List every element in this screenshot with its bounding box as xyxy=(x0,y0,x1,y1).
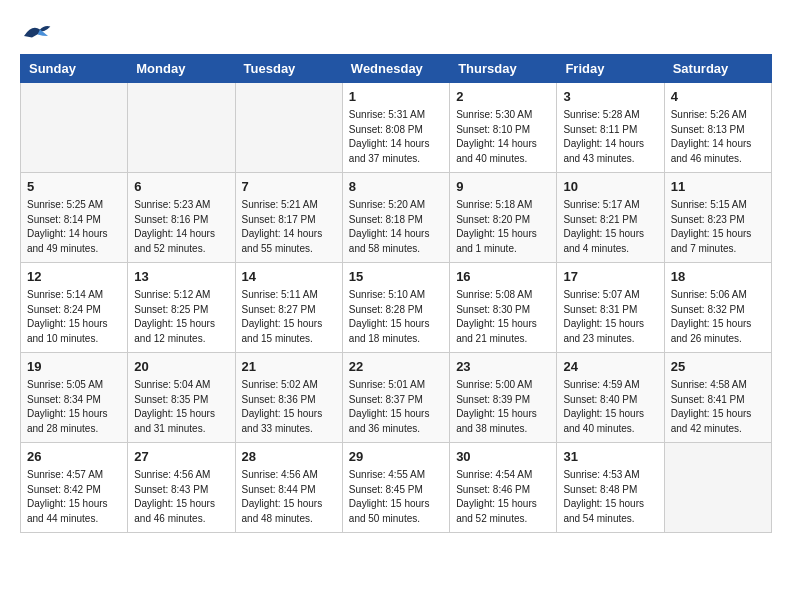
day-info: Sunrise: 5:10 AM Sunset: 8:28 PM Dayligh… xyxy=(349,288,443,346)
calendar-cell: 31Sunrise: 4:53 AM Sunset: 8:48 PM Dayli… xyxy=(557,443,664,533)
calendar-cell: 10Sunrise: 5:17 AM Sunset: 8:21 PM Dayli… xyxy=(557,173,664,263)
calendar-cell: 2Sunrise: 5:30 AM Sunset: 8:10 PM Daylig… xyxy=(450,83,557,173)
calendar-cell: 24Sunrise: 4:59 AM Sunset: 8:40 PM Dayli… xyxy=(557,353,664,443)
day-number: 18 xyxy=(671,268,765,286)
day-number: 15 xyxy=(349,268,443,286)
day-info: Sunrise: 5:00 AM Sunset: 8:39 PM Dayligh… xyxy=(456,378,550,436)
day-info: Sunrise: 5:11 AM Sunset: 8:27 PM Dayligh… xyxy=(242,288,336,346)
day-number: 29 xyxy=(349,448,443,466)
calendar-table: SundayMondayTuesdayWednesdayThursdayFrid… xyxy=(20,54,772,533)
day-number: 2 xyxy=(456,88,550,106)
day-number: 12 xyxy=(27,268,121,286)
day-info: Sunrise: 4:58 AM Sunset: 8:41 PM Dayligh… xyxy=(671,378,765,436)
day-info: Sunrise: 4:56 AM Sunset: 8:43 PM Dayligh… xyxy=(134,468,228,526)
day-number: 23 xyxy=(456,358,550,376)
day-info: Sunrise: 5:08 AM Sunset: 8:30 PM Dayligh… xyxy=(456,288,550,346)
day-number: 26 xyxy=(27,448,121,466)
calendar-week-row: 5Sunrise: 5:25 AM Sunset: 8:14 PM Daylig… xyxy=(21,173,772,263)
day-info: Sunrise: 5:20 AM Sunset: 8:18 PM Dayligh… xyxy=(349,198,443,256)
calendar-cell: 16Sunrise: 5:08 AM Sunset: 8:30 PM Dayli… xyxy=(450,263,557,353)
calendar-cell: 27Sunrise: 4:56 AM Sunset: 8:43 PM Dayli… xyxy=(128,443,235,533)
day-info: Sunrise: 5:07 AM Sunset: 8:31 PM Dayligh… xyxy=(563,288,657,346)
day-info: Sunrise: 5:18 AM Sunset: 8:20 PM Dayligh… xyxy=(456,198,550,256)
calendar-cell: 3Sunrise: 5:28 AM Sunset: 8:11 PM Daylig… xyxy=(557,83,664,173)
day-info: Sunrise: 5:21 AM Sunset: 8:17 PM Dayligh… xyxy=(242,198,336,256)
weekday-header: Friday xyxy=(557,55,664,83)
calendar-cell: 6Sunrise: 5:23 AM Sunset: 8:16 PM Daylig… xyxy=(128,173,235,263)
calendar-cell: 8Sunrise: 5:20 AM Sunset: 8:18 PM Daylig… xyxy=(342,173,449,263)
calendar-cell: 13Sunrise: 5:12 AM Sunset: 8:25 PM Dayli… xyxy=(128,263,235,353)
calendar-cell: 7Sunrise: 5:21 AM Sunset: 8:17 PM Daylig… xyxy=(235,173,342,263)
day-number: 4 xyxy=(671,88,765,106)
day-info: Sunrise: 4:54 AM Sunset: 8:46 PM Dayligh… xyxy=(456,468,550,526)
calendar-cell: 30Sunrise: 4:54 AM Sunset: 8:46 PM Dayli… xyxy=(450,443,557,533)
calendar-header-row: SundayMondayTuesdayWednesdayThursdayFrid… xyxy=(21,55,772,83)
calendar-cell: 20Sunrise: 5:04 AM Sunset: 8:35 PM Dayli… xyxy=(128,353,235,443)
calendar-cell: 25Sunrise: 4:58 AM Sunset: 8:41 PM Dayli… xyxy=(664,353,771,443)
day-number: 30 xyxy=(456,448,550,466)
day-number: 20 xyxy=(134,358,228,376)
day-info: Sunrise: 5:15 AM Sunset: 8:23 PM Dayligh… xyxy=(671,198,765,256)
day-number: 14 xyxy=(242,268,336,286)
day-info: Sunrise: 4:59 AM Sunset: 8:40 PM Dayligh… xyxy=(563,378,657,436)
calendar-cell: 21Sunrise: 5:02 AM Sunset: 8:36 PM Dayli… xyxy=(235,353,342,443)
calendar-cell: 17Sunrise: 5:07 AM Sunset: 8:31 PM Dayli… xyxy=(557,263,664,353)
calendar-cell xyxy=(128,83,235,173)
page-header xyxy=(20,20,772,44)
day-number: 6 xyxy=(134,178,228,196)
day-info: Sunrise: 4:57 AM Sunset: 8:42 PM Dayligh… xyxy=(27,468,121,526)
weekday-header: Thursday xyxy=(450,55,557,83)
calendar-cell: 11Sunrise: 5:15 AM Sunset: 8:23 PM Dayli… xyxy=(664,173,771,263)
weekday-header: Tuesday xyxy=(235,55,342,83)
calendar-week-row: 19Sunrise: 5:05 AM Sunset: 8:34 PM Dayli… xyxy=(21,353,772,443)
day-info: Sunrise: 4:56 AM Sunset: 8:44 PM Dayligh… xyxy=(242,468,336,526)
calendar-cell: 14Sunrise: 5:11 AM Sunset: 8:27 PM Dayli… xyxy=(235,263,342,353)
day-number: 21 xyxy=(242,358,336,376)
logo xyxy=(20,20,54,44)
calendar-week-row: 1Sunrise: 5:31 AM Sunset: 8:08 PM Daylig… xyxy=(21,83,772,173)
calendar-cell xyxy=(21,83,128,173)
calendar-cell: 28Sunrise: 4:56 AM Sunset: 8:44 PM Dayli… xyxy=(235,443,342,533)
day-info: Sunrise: 5:23 AM Sunset: 8:16 PM Dayligh… xyxy=(134,198,228,256)
day-number: 7 xyxy=(242,178,336,196)
calendar-cell: 29Sunrise: 4:55 AM Sunset: 8:45 PM Dayli… xyxy=(342,443,449,533)
day-info: Sunrise: 5:05 AM Sunset: 8:34 PM Dayligh… xyxy=(27,378,121,436)
weekday-header: Monday xyxy=(128,55,235,83)
day-number: 24 xyxy=(563,358,657,376)
calendar-week-row: 12Sunrise: 5:14 AM Sunset: 8:24 PM Dayli… xyxy=(21,263,772,353)
calendar-cell: 4Sunrise: 5:26 AM Sunset: 8:13 PM Daylig… xyxy=(664,83,771,173)
logo-icon xyxy=(20,20,52,44)
day-number: 16 xyxy=(456,268,550,286)
day-info: Sunrise: 4:53 AM Sunset: 8:48 PM Dayligh… xyxy=(563,468,657,526)
calendar-cell: 15Sunrise: 5:10 AM Sunset: 8:28 PM Dayli… xyxy=(342,263,449,353)
day-number: 22 xyxy=(349,358,443,376)
day-number: 8 xyxy=(349,178,443,196)
day-number: 13 xyxy=(134,268,228,286)
day-number: 1 xyxy=(349,88,443,106)
day-number: 5 xyxy=(27,178,121,196)
day-info: Sunrise: 5:14 AM Sunset: 8:24 PM Dayligh… xyxy=(27,288,121,346)
day-number: 3 xyxy=(563,88,657,106)
weekday-header: Saturday xyxy=(664,55,771,83)
day-number: 11 xyxy=(671,178,765,196)
day-info: Sunrise: 5:02 AM Sunset: 8:36 PM Dayligh… xyxy=(242,378,336,436)
calendar-cell: 12Sunrise: 5:14 AM Sunset: 8:24 PM Dayli… xyxy=(21,263,128,353)
weekday-header: Sunday xyxy=(21,55,128,83)
day-info: Sunrise: 5:30 AM Sunset: 8:10 PM Dayligh… xyxy=(456,108,550,166)
day-info: Sunrise: 5:28 AM Sunset: 8:11 PM Dayligh… xyxy=(563,108,657,166)
day-info: Sunrise: 5:04 AM Sunset: 8:35 PM Dayligh… xyxy=(134,378,228,436)
day-number: 10 xyxy=(563,178,657,196)
calendar-cell xyxy=(235,83,342,173)
day-info: Sunrise: 5:25 AM Sunset: 8:14 PM Dayligh… xyxy=(27,198,121,256)
day-info: Sunrise: 5:12 AM Sunset: 8:25 PM Dayligh… xyxy=(134,288,228,346)
day-info: Sunrise: 5:31 AM Sunset: 8:08 PM Dayligh… xyxy=(349,108,443,166)
calendar-cell: 18Sunrise: 5:06 AM Sunset: 8:32 PM Dayli… xyxy=(664,263,771,353)
calendar-cell: 19Sunrise: 5:05 AM Sunset: 8:34 PM Dayli… xyxy=(21,353,128,443)
day-info: Sunrise: 5:06 AM Sunset: 8:32 PM Dayligh… xyxy=(671,288,765,346)
day-number: 27 xyxy=(134,448,228,466)
day-info: Sunrise: 5:26 AM Sunset: 8:13 PM Dayligh… xyxy=(671,108,765,166)
calendar-cell: 23Sunrise: 5:00 AM Sunset: 8:39 PM Dayli… xyxy=(450,353,557,443)
day-number: 19 xyxy=(27,358,121,376)
day-number: 17 xyxy=(563,268,657,286)
day-number: 28 xyxy=(242,448,336,466)
